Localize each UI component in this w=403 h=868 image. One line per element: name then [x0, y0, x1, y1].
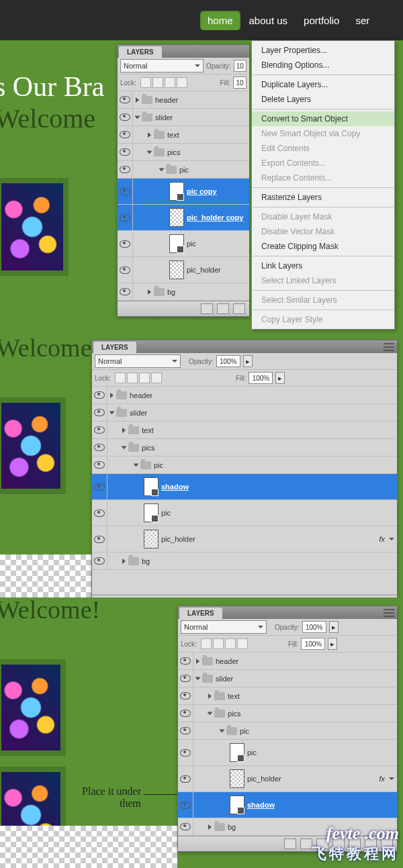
disclosure-arrow-icon[interactable]	[159, 168, 165, 171]
opacity-value[interactable]: 100%	[302, 621, 326, 633]
opacity-stepper[interactable]: ▸	[329, 621, 339, 633]
fx-icon[interactable]	[300, 838, 312, 849]
disclosure-arrow-icon[interactable]	[109, 411, 115, 414]
layer-row[interactable]: header	[178, 653, 397, 670]
fx-icon[interactable]	[217, 303, 229, 314]
disclosure-arrow-icon[interactable]	[122, 559, 126, 564]
disclosure-arrow-icon[interactable]	[208, 693, 212, 699]
eye-icon[interactable]	[120, 214, 130, 222]
disclosure-arrow-icon[interactable]	[110, 393, 114, 398]
layer-row[interactable]: pic_holder	[118, 257, 249, 283]
layer-row[interactable]: pic	[118, 231, 249, 257]
menu-item[interactable]: Delete Layers	[252, 92, 394, 107]
layer-row[interactable]: pics	[178, 705, 397, 722]
layer-row[interactable]: text	[92, 422, 397, 439]
fill-stepper[interactable]: ▸	[275, 372, 285, 384]
panel-menu-icon[interactable]	[384, 343, 394, 351]
eye-icon[interactable]	[180, 710, 191, 717]
lock-pixels-icon[interactable]	[213, 638, 224, 649]
eye-icon[interactable]	[180, 823, 191, 830]
eye-icon[interactable]	[94, 461, 105, 469]
menu-item[interactable]: Duplicate Layers...	[252, 77, 394, 92]
disclosure-arrow-icon[interactable]	[148, 289, 151, 295]
eye-icon[interactable]	[120, 267, 130, 274]
opacity-value[interactable]: 100%	[216, 355, 240, 367]
layers-tab[interactable]: LAYERS	[119, 46, 162, 58]
panel-menu-icon[interactable]	[384, 609, 394, 617]
lock-all-icon[interactable]	[177, 77, 187, 88]
disclosure-arrow-icon[interactable]	[220, 729, 225, 732]
layer-row[interactable]: pic copy	[118, 179, 249, 205]
eye-icon[interactable]	[94, 483, 105, 491]
eye-icon[interactable]	[180, 675, 191, 682]
opacity-stepper[interactable]: ▸	[243, 355, 253, 367]
layer-row[interactable]: shadow	[92, 474, 397, 500]
layer-row[interactable]: text	[118, 126, 249, 144]
lock-transparency-icon[interactable]	[201, 638, 212, 649]
eye-icon[interactable]	[94, 557, 105, 565]
eye-icon[interactable]	[180, 657, 191, 665]
eye-icon[interactable]	[120, 96, 130, 103]
layer-row[interactable]: slider	[92, 404, 397, 422]
chevron-down-icon[interactable]	[389, 777, 394, 780]
eye-icon[interactable]	[94, 426, 105, 434]
layer-row[interactable]: pic	[92, 456, 397, 474]
menu-item[interactable]: Link Layers	[252, 258, 394, 273]
fill-value[interactable]: 10	[233, 77, 247, 89]
eye-icon[interactable]	[180, 775, 191, 783]
layer-row[interactable]: header	[92, 387, 397, 404]
eye-icon[interactable]	[94, 444, 105, 451]
layer-row[interactable]: slider	[178, 670, 397, 687]
layer-row[interactable]: pic_holderfx	[178, 766, 397, 792]
menu-item[interactable]: Layer Properties...	[252, 43, 394, 58]
link-icon[interactable]	[201, 303, 213, 314]
layer-row[interactable]: bg	[118, 283, 249, 301]
menu-item[interactable]: Rasterize Layers	[252, 190, 394, 205]
nav-services[interactable]: ser	[348, 11, 377, 30]
eye-icon[interactable]	[180, 692, 191, 700]
fill-value[interactable]: 100%	[249, 372, 273, 384]
disclosure-arrow-icon[interactable]	[196, 659, 199, 664]
nav-home[interactable]: home	[200, 11, 240, 30]
layer-row[interactable]: slider	[118, 109, 249, 126]
layer-row[interactable]: pic_holderfx	[92, 526, 397, 552]
disclosure-arrow-icon[interactable]	[122, 446, 127, 449]
menu-item[interactable]: Create Clipping Mask	[252, 239, 394, 254]
layer-row[interactable]: pic	[178, 740, 397, 766]
blend-mode-dropdown[interactable]: Normal	[120, 59, 204, 73]
eye-icon[interactable]	[94, 409, 105, 416]
lock-position-icon[interactable]	[225, 638, 236, 649]
chevron-down-icon[interactable]	[389, 538, 394, 540]
lock-transparency-icon[interactable]	[115, 373, 126, 383]
layer-row[interactable]: text	[178, 687, 397, 705]
mask-icon[interactable]	[233, 303, 245, 314]
eye-icon[interactable]	[120, 188, 130, 195]
layer-row[interactable]: bg	[92, 552, 397, 570]
nav-portfolio[interactable]: portfolio	[296, 11, 347, 30]
fill-stepper[interactable]: ▸	[328, 638, 337, 650]
link-icon[interactable]	[284, 838, 296, 849]
eye-icon[interactable]	[94, 536, 105, 543]
lock-pixels-icon[interactable]	[127, 373, 138, 383]
eye-icon[interactable]	[94, 510, 105, 517]
eye-icon[interactable]	[120, 131, 130, 138]
disclosure-arrow-icon[interactable]	[122, 428, 126, 433]
disclosure-arrow-icon[interactable]	[208, 824, 212, 830]
layers-tab[interactable]: LAYERS	[179, 608, 222, 619]
layers-tab[interactable]: LAYERS	[93, 342, 136, 353]
disclosure-arrow-icon[interactable]	[208, 712, 213, 715]
layer-row[interactable]: pic_holder copy	[118, 205, 249, 231]
layer-row[interactable]: pic	[178, 722, 397, 740]
eye-icon[interactable]	[120, 148, 130, 156]
disclosure-arrow-icon[interactable]	[147, 150, 152, 154]
layer-row[interactable]: header	[118, 91, 249, 109]
lock-all-icon[interactable]	[151, 373, 162, 383]
disclosure-arrow-icon[interactable]	[135, 115, 140, 119]
fill-value[interactable]: 100%	[301, 638, 325, 650]
eye-icon[interactable]	[120, 113, 130, 121]
nav-about[interactable]: about us	[242, 11, 296, 30]
lock-position-icon[interactable]	[139, 373, 150, 383]
menu-item[interactable]: Convert to Smart Object	[252, 111, 394, 126]
layer-row[interactable]: pic	[118, 161, 249, 179]
layer-row[interactable]: pics	[92, 439, 397, 456]
